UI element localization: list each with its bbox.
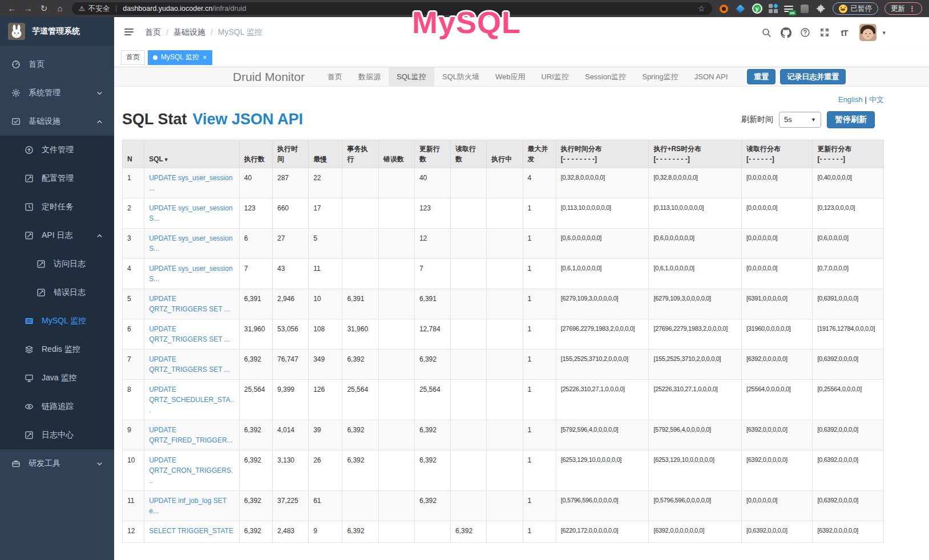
sql-link[interactable]: UPDATE sys_user_session S... <box>149 204 233 222</box>
refresh-interval-select[interactable]: 5s ▼ <box>779 112 821 128</box>
breadcrumb-item-1[interactable]: 基础设施 <box>173 27 205 38</box>
sidebar-item-2[interactable]: 基础设施 <box>0 107 114 136</box>
sql-link[interactable]: UPDATE QRTZ_TRIGGERS SET ... <box>149 355 230 374</box>
druid-nav-item-1[interactable]: 数据源 <box>350 67 389 86</box>
sidebar-item-4[interactable]: 配置管理 <box>0 164 114 193</box>
druid-nav-item-2[interactable]: SQL监控 <box>389 67 434 86</box>
sidebar-item-12[interactable]: 链路追踪 <box>0 392 114 421</box>
col-header-1[interactable]: SQL▼ <box>144 140 240 168</box>
pause-refresh-button[interactable]: 暂停刷新 <box>827 111 875 128</box>
github-icon[interactable] <box>777 23 794 42</box>
lang-english-link[interactable]: English <box>838 95 863 104</box>
chevron-down-icon <box>96 90 103 96</box>
sql-link[interactable]: UPDATE sys_user_session S... <box>149 234 233 253</box>
forward-icon[interactable]: → <box>21 0 35 17</box>
col-header-label: 更新行分布 <box>817 144 879 154</box>
sql-link[interactable]: UPDATE inf_job_log SET e... <box>149 497 227 515</box>
sidebar-item-13[interactable]: 日志中心 <box>0 421 114 449</box>
trace-eye-icon <box>25 402 34 411</box>
cell: [0,6,0,0,0,0,0,0] <box>556 229 649 259</box>
extensions-puzzle-icon[interactable] <box>816 3 826 14</box>
extension-list-on-icon[interactable]: on <box>784 5 793 13</box>
sql-link[interactable]: UPDATE QRTZ_TRIGGERS SET ... <box>149 325 230 343</box>
druid-nav-item-8[interactable]: JSON API <box>686 67 736 86</box>
cell <box>487 168 523 198</box>
cell: [155,2525,3710,2,0,0,0,0] <box>649 350 742 380</box>
sidebar-item-9[interactable]: MySQL 监控 <box>0 307 114 335</box>
extensions-area: y on 已暂停 更新 ⋮ <box>717 2 925 15</box>
reset-button[interactable]: 重置 <box>747 69 775 84</box>
sidebar-item-7[interactable]: 访问日志 <box>0 250 114 278</box>
tab-1[interactable]: MySQL 监控× <box>148 50 212 65</box>
user-avatar[interactable] <box>859 24 877 41</box>
druid-nav-item-3[interactable]: SQL防火墙 <box>434 67 487 86</box>
col-header-range: [- - - - - - - -] <box>561 154 644 164</box>
sql-link[interactable]: SELECT TRIGGER_STATE <box>149 527 233 535</box>
sidebar-item-10[interactable]: Redis 监控 <box>0 335 114 364</box>
cell: 12 <box>123 521 144 543</box>
druid-brand[interactable]: Druid Monitor <box>233 70 305 84</box>
cell-sql: UPDATE QRTZ_TRIGGERS SET ... <box>144 289 240 319</box>
cell: 12 <box>414 229 450 259</box>
sidebar-item-3[interactable]: 文件管理 <box>0 136 114 164</box>
chrome-update-button[interactable]: 更新 ⋮ <box>884 2 922 15</box>
app-logo-row[interactable]: 芋道管理系统 <box>0 17 114 46</box>
sidebar-item-14[interactable]: 研发工具 <box>0 449 114 478</box>
tab-close-icon[interactable]: × <box>203 53 207 62</box>
cell: 6,392 <box>342 521 378 543</box>
extension-green-y-icon[interactable]: y <box>752 3 762 14</box>
view-json-api-link[interactable]: View JSON API <box>193 111 304 128</box>
sidebar-item-5[interactable]: 定时任务 <box>0 193 114 221</box>
druid-nav-item-5[interactable]: URI监控 <box>534 67 577 86</box>
annotation-mysql: MySQL <box>412 5 521 40</box>
sidebar-item-11[interactable]: Java 监控 <box>0 364 114 392</box>
table-row: 9UPDATE QRTZ_FIRED_TRIGGER...6,3924,0143… <box>123 420 884 451</box>
tab-0[interactable]: 首页 <box>121 50 145 65</box>
extension-orange-icon[interactable] <box>720 5 728 13</box>
sql-link[interactable]: UPDATE QRTZ_SCHEDULER_STA... <box>149 385 234 414</box>
druid-nav-item-6[interactable]: Session监控 <box>577 67 634 86</box>
log-and-reset-button[interactable]: 记录日志并重置 <box>780 69 846 84</box>
druid-nav-item-0[interactable]: 首页 <box>320 67 350 86</box>
reload-icon[interactable]: ↻ <box>37 0 51 17</box>
cell: 10 <box>123 451 144 491</box>
cell: 6,392 <box>342 350 378 380</box>
druid-nav-item-4[interactable]: Web应用 <box>487 67 534 86</box>
caret-down-icon[interactable]: ▾ <box>882 29 886 36</box>
help-icon[interactable] <box>797 23 814 42</box>
paused-extension-badge[interactable]: 已暂停 <box>833 2 879 15</box>
sidebar-item-8[interactable]: 错误日志 <box>0 278 114 307</box>
cell: [6253,129,10,0,0,0,0,0] <box>556 451 649 491</box>
sidebar-item-1[interactable]: 系统管理 <box>0 79 114 107</box>
search-icon[interactable] <box>758 23 775 42</box>
chevron-up-icon <box>96 119 103 125</box>
url-bar[interactable]: ⚠ 不安全 dashboard.yudao.iocoder.cn/infra/d… <box>72 2 712 15</box>
fullscreen-icon[interactable] <box>816 23 833 42</box>
sql-link[interactable]: UPDATE sys_user_session S... <box>149 265 233 283</box>
home-icon[interactable]: ⌂ <box>52 0 67 17</box>
hamburger-icon[interactable] <box>123 26 136 39</box>
extension-blocks-icon[interactable] <box>769 4 778 13</box>
sidebar-item-6[interactable]: API 日志 <box>0 221 114 250</box>
extension-diamond-icon[interactable] <box>736 4 745 13</box>
extension-gray-icon[interactable] <box>801 5 809 13</box>
cell <box>451 491 487 521</box>
sql-link[interactable]: UPDATE sys_user_session ... <box>149 174 233 192</box>
back-icon[interactable]: ← <box>5 0 19 17</box>
sql-link[interactable]: UPDATE QRTZ_TRIGGERS SET ... <box>149 295 230 313</box>
sql-link[interactable]: UPDATE QRTZ_FIRED_TRIGGER... <box>149 426 232 444</box>
breadcrumb: 首页/基础设施/MySQL 监控 <box>145 27 262 38</box>
menu-dots-icon[interactable]: ⋮ <box>908 5 916 13</box>
cell: 11 <box>309 259 342 289</box>
bookmark-star-icon[interactable]: ☆ <box>698 4 705 13</box>
breadcrumb-item-0[interactable]: 首页 <box>145 27 161 38</box>
cell <box>487 491 523 521</box>
font-size-icon[interactable]: tT <box>835 23 853 42</box>
cell: 1 <box>523 229 556 259</box>
druid-nav-item-7[interactable]: Spring监控 <box>634 67 686 86</box>
lang-chinese-link[interactable]: 中文 <box>869 95 884 104</box>
cell <box>378 198 414 229</box>
sql-link[interactable]: UPDATE QRTZ_CRON_TRIGGERS... <box>149 456 233 485</box>
sidebar-item-0[interactable]: 首页 <box>0 50 114 79</box>
cell: 123 <box>239 198 272 229</box>
